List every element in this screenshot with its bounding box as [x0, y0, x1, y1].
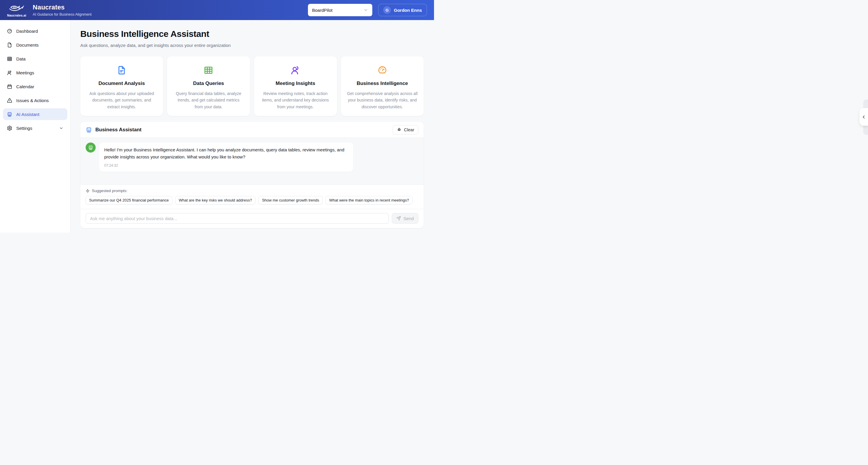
table-icon: [7, 56, 12, 62]
sidebar-item-settings[interactable]: Settings: [3, 122, 67, 134]
app-name: Naucrates: [33, 4, 92, 11]
brush-icon: [397, 128, 402, 132]
sidebar: Dashboard Documents Data Meetings Calend…: [0, 20, 70, 232]
workspace-select[interactable]: BoardPilot: [308, 4, 372, 16]
assistant-avatar-bot-icon: [86, 142, 96, 153]
send-icon: [396, 216, 401, 221]
app-tagline: AI Guidance for Business Alignment: [33, 12, 92, 16]
app-logo: Naucrates.ai: [7, 3, 26, 17]
chat-messages-area: Hello! I'm your Business Intelligence As…: [80, 138, 424, 185]
gauge-icon: [377, 65, 388, 75]
chat-input[interactable]: [86, 213, 389, 224]
suggested-prompts-label: Suggested prompts:: [92, 189, 128, 193]
alert-triangle-icon: [7, 98, 12, 103]
panel-title: Business Assistant: [95, 127, 142, 133]
sidebar-item-data[interactable]: Data: [3, 53, 67, 65]
sidebar-item-label: Settings: [16, 126, 32, 131]
file-icon: [7, 42, 12, 48]
card-description: Review meeting notes, track action items…: [260, 90, 331, 110]
prompt-pill[interactable]: What were the main topics in recent meet…: [326, 196, 412, 204]
sidebar-item-ai-assistant[interactable]: AI Assistant: [3, 108, 67, 120]
card-document-analysis[interactable]: Document Analysis Ask questions about yo…: [80, 56, 163, 116]
page-subtitle: Ask questions, analyze data, and get ins…: [80, 43, 424, 48]
user-name: Gordon Enns: [394, 8, 422, 13]
sidebar-item-label: Issues & Actions: [16, 98, 49, 103]
assistant-message-text: Hello! I'm your Business Intelligence As…: [104, 146, 348, 161]
user-menu-button[interactable]: G Gordon Enns: [378, 4, 427, 16]
bot-icon: [86, 127, 92, 133]
users-icon: [7, 70, 12, 75]
assistant-message-row: Hello! I'm your Business Intelligence As…: [86, 142, 418, 172]
chevron-down-icon: [364, 8, 368, 12]
sidebar-item-documents[interactable]: Documents: [3, 39, 67, 51]
sidebar-item-meetings[interactable]: Meetings: [3, 67, 67, 78]
chevron-down-icon: [59, 126, 63, 130]
sidebar-item-label: Documents: [16, 42, 39, 47]
assistant-message-bubble: Hello! I'm your Business Intelligence As…: [99, 142, 353, 172]
prompt-pill[interactable]: What are the key risks we should address…: [175, 196, 256, 204]
card-title: Data Queries: [173, 80, 244, 87]
logo-caption: Naucrates.ai: [7, 13, 26, 17]
calendar-icon: [7, 84, 12, 90]
card-meeting-insights[interactable]: Meeting Insights Review meeting notes, t…: [254, 56, 337, 116]
card-description: Ask questions about your uploaded docume…: [86, 90, 157, 110]
users-icon: [290, 65, 301, 75]
chat-input-row: Send: [80, 209, 424, 228]
sidebar-item-label: Dashboard: [16, 29, 38, 34]
sidebar-item-issues-actions[interactable]: Issues & Actions: [3, 94, 67, 106]
prompt-pill[interactable]: Show me customer growth trends: [258, 196, 323, 204]
zap-icon: [86, 189, 90, 193]
business-assistant-panel: Business Assistant Clear Hello! I'm your…: [80, 122, 424, 228]
prompt-pill[interactable]: Summarize our Q4 2025 financial performa…: [86, 196, 173, 204]
sidebar-item-calendar[interactable]: Calendar: [3, 80, 67, 92]
panel-header: Business Assistant Clear: [80, 122, 424, 138]
fish-arrow-logo-icon: [8, 3, 25, 13]
table-icon: [204, 65, 213, 75]
main-content: Business Intelligence Assistant Ask ques…: [70, 20, 434, 232]
card-description: Query financial data tables, analyze tre…: [173, 90, 244, 110]
feature-cards: Document Analysis Ask questions about yo…: [80, 56, 424, 116]
send-button-label: Send: [403, 216, 414, 221]
user-avatar: G: [383, 6, 391, 14]
card-title: Meeting Insights: [260, 80, 331, 87]
sidebar-item-label: Data: [16, 56, 26, 61]
sidebar-item-dashboard[interactable]: Dashboard: [3, 25, 67, 37]
card-business-intelligence[interactable]: Business Intelligence Get comprehensive …: [341, 56, 424, 116]
gear-icon: [7, 125, 12, 131]
assistant-message-timestamp: 07:24:32: [104, 163, 348, 168]
sidebar-item-label: AI Assistant: [16, 112, 39, 117]
page-title: Business Intelligence Assistant: [80, 29, 424, 39]
card-description: Get comprehensive analysis across all yo…: [347, 90, 418, 110]
sidebar-item-label: Meetings: [16, 70, 34, 75]
suggested-prompts-section: Suggested prompts: Summarize our Q4 2025…: [80, 185, 424, 209]
app-header: Naucrates.ai Naucrates AI Guidance for B…: [0, 0, 434, 20]
clear-button-label: Clear: [404, 128, 414, 132]
send-button[interactable]: Send: [392, 213, 418, 224]
bot-icon: [7, 111, 12, 117]
sidebar-item-label: Calendar: [16, 84, 34, 89]
gauge-icon: [7, 28, 12, 34]
card-data-queries[interactable]: Data Queries Query financial data tables…: [167, 56, 250, 116]
card-title: Business Intelligence: [347, 80, 418, 87]
card-title: Document Analysis: [86, 80, 157, 87]
clear-button[interactable]: Clear: [393, 125, 418, 135]
workspace-select-value: BoardPilot: [312, 8, 333, 13]
file-text-icon: [117, 65, 127, 75]
